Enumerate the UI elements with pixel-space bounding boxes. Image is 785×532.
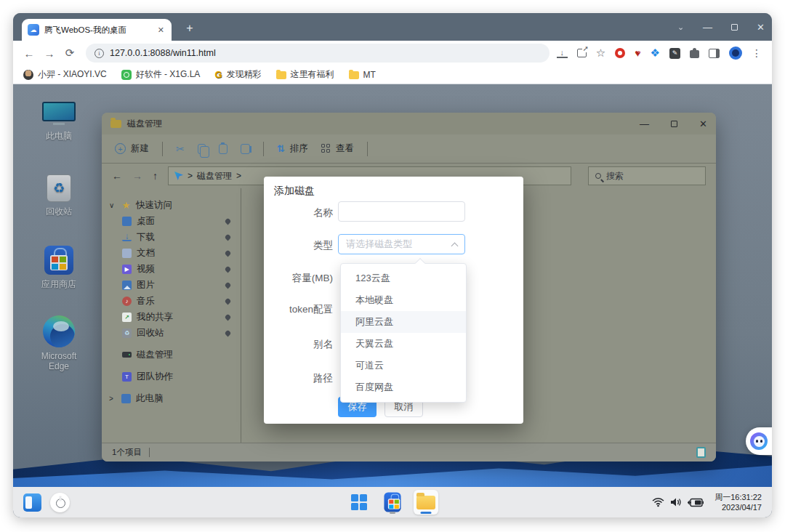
extension-heart-icon[interactable]: ♥? xyxy=(635,47,640,59)
dropdown-option[interactable]: 123云盘 xyxy=(341,267,466,289)
paste-icon[interactable] xyxy=(219,144,228,154)
sidebar-item-this-pc[interactable]: > 此电脑 xyxy=(102,390,241,406)
install-app-icon[interactable]: ↓ xyxy=(557,49,568,58)
search-placeholder: 搜索 xyxy=(606,170,624,182)
cut-icon[interactable]: ✂ xyxy=(176,143,185,155)
sidebar-item-pictures[interactable]: 图片 xyxy=(102,277,241,293)
desktop-icon-this-pc[interactable]: 此电脑 xyxy=(28,102,90,142)
toolbar-divider xyxy=(263,142,264,156)
type-select[interactable]: 请选择磁盘类型 xyxy=(338,234,465,254)
bookmarks-bar: 小羿 - XIAOYI.VC 好软件 - X1G.LA G发现精彩 这里有福利 … xyxy=(13,65,772,84)
desktop-icon-recycle-bin[interactable]: ♻ 回收站 xyxy=(28,174,90,218)
browser-minimize-button[interactable]: — xyxy=(703,22,712,33)
share-icon[interactable] xyxy=(577,49,587,57)
rename-icon[interactable] xyxy=(241,144,250,154)
extension-editor-icon[interactable]: ✎ xyxy=(669,48,680,59)
sort-button[interactable]: ⇅ 排序 xyxy=(277,142,308,155)
browser-tab[interactable]: ☁ 腾飞WebOS-我的桌面 ✕ xyxy=(22,19,172,41)
url-text[interactable]: 127.0.0.1:8088/win11.html xyxy=(110,48,216,58)
new-button[interactable]: + 新建 xyxy=(115,142,149,155)
dropdown-option[interactable]: 百度网盘 xyxy=(341,376,466,398)
site-info-icon[interactable]: i xyxy=(94,49,104,58)
running-indicator xyxy=(390,512,395,514)
folder-icon xyxy=(416,496,435,509)
extension-red-icon[interactable] xyxy=(615,48,625,58)
bookmark-folder[interactable]: MT xyxy=(349,70,376,80)
monitor-icon xyxy=(121,394,131,403)
view-button-label: 查看 xyxy=(336,142,354,155)
recycle-icon: ♻ xyxy=(53,180,65,196)
forward-button[interactable]: → xyxy=(41,47,58,60)
power-button[interactable] xyxy=(50,493,70,512)
desktop-icon xyxy=(122,217,132,226)
sidebar-item-desktop[interactable]: 桌面 xyxy=(102,213,241,229)
extensions-puzzle-icon[interactable] xyxy=(690,50,699,58)
sidebar-label: 音乐 xyxy=(137,295,155,307)
nav-up-button[interactable]: ↑ xyxy=(153,170,158,182)
dropdown-option-highlighted[interactable]: 阿里云盘 xyxy=(341,311,466,333)
nav-back-button[interactable]: ← xyxy=(112,170,122,182)
browser-more-menu-icon[interactable]: ⋮ xyxy=(752,47,762,59)
name-label: 名称 xyxy=(264,206,333,219)
sidebar-item-recycle-bin[interactable]: ♻回收站 xyxy=(102,325,241,341)
desktop-icon-app-store[interactable]: 应用商店 xyxy=(28,246,90,291)
crumb-separator: > xyxy=(188,171,193,181)
profile-avatar[interactable] xyxy=(729,47,742,60)
side-panel-icon[interactable] xyxy=(709,49,720,58)
sidebar-item-videos[interactable]: ▶视频 xyxy=(102,261,241,277)
bookmark-item[interactable]: G发现精彩 xyxy=(214,68,261,81)
extension-layers-icon[interactable]: ❖ xyxy=(651,47,660,60)
bookmark-star-icon[interactable]: ☆ xyxy=(596,47,605,60)
browser-menu-chevron-icon[interactable]: ⌄ xyxy=(677,23,684,32)
url-bar[interactable]: i 127.0.0.1:8088/win11.html xyxy=(86,44,550,63)
clock-date: 2023/04/17 xyxy=(714,502,762,512)
name-field[interactable] xyxy=(338,201,465,222)
window-minimize-button[interactable]: — xyxy=(640,118,649,129)
search-input[interactable]: 搜索 xyxy=(588,166,706,185)
crumb-path[interactable]: 磁盘管理 xyxy=(197,170,232,182)
browser-close-button[interactable]: ✕ xyxy=(757,22,765,33)
tab-close-icon[interactable]: ✕ xyxy=(156,25,166,35)
window-titlebar[interactable]: 磁盘管理 — ✕ xyxy=(102,113,716,134)
chevron-open-icon[interactable]: ∨ xyxy=(109,201,116,209)
sidebar-label: 快速访问 xyxy=(136,199,172,211)
sidebar-item-team[interactable]: T团队协作 xyxy=(102,368,241,384)
sidebar-label: 下载 xyxy=(137,231,155,243)
taskbar-app-store[interactable] xyxy=(380,490,405,515)
copy-icon[interactable] xyxy=(198,144,206,154)
back-button[interactable]: ← xyxy=(20,47,38,60)
sidebar-item-downloads[interactable]: ↓下载 xyxy=(102,229,241,245)
bookmark-label: 小羿 - XIAOYI.VC xyxy=(38,68,107,81)
widgets-icon[interactable] xyxy=(23,493,41,512)
browser-maximize-button[interactable] xyxy=(731,24,738,31)
dropdown-option[interactable]: 可道云 xyxy=(341,355,466,376)
bookmark-gold-icon: G xyxy=(214,69,222,80)
sidebar-item-music[interactable]: ♪音乐 xyxy=(102,293,241,309)
view-button[interactable]: 查看 xyxy=(321,142,354,155)
sidebar-label: 此电脑 xyxy=(136,392,164,405)
sidebar-item-my-shares[interactable]: ↗我的共享 xyxy=(102,309,241,325)
bookmark-item[interactable]: 好软件 - X1G.LA xyxy=(121,68,201,81)
assistant-button[interactable] xyxy=(746,427,772,455)
taskbar-clock[interactable]: 周一16:31:22 2023/04/17 xyxy=(714,492,762,513)
bookmark-label: 发现精彩 xyxy=(227,68,262,81)
window-close-button[interactable]: ✕ xyxy=(699,118,707,129)
sidebar-item-disk-manager[interactable]: 磁盘管理 xyxy=(102,347,241,363)
new-tab-button[interactable]: + xyxy=(182,22,198,35)
reload-button[interactable]: ⟳ xyxy=(61,47,78,60)
dropdown-option[interactable]: 本地硬盘 xyxy=(341,289,466,311)
system-tray[interactable] xyxy=(652,497,704,507)
taskbar-file-manager[interactable] xyxy=(414,490,438,515)
nav-forward-button[interactable]: → xyxy=(132,170,142,182)
chevron-closed-icon[interactable]: > xyxy=(109,395,116,403)
desktop-icon-edge[interactable]: Microsoft Edge xyxy=(28,315,90,371)
bookmark-item[interactable]: 小羿 - XIAOYI.VC xyxy=(23,68,107,81)
bookmark-folder[interactable]: 这里有福利 xyxy=(276,68,334,81)
sidebar-quick-access[interactable]: ∨ ★ 快速访问 xyxy=(102,197,241,213)
start-button[interactable] xyxy=(347,490,371,515)
dropdown-option[interactable]: 天翼云盘 xyxy=(341,333,466,355)
view-toggle-icon[interactable] xyxy=(696,447,706,458)
sidebar-item-documents[interactable]: 文档 xyxy=(102,245,241,261)
toolbar-divider xyxy=(367,142,368,156)
window-maximize-button[interactable] xyxy=(671,121,677,127)
